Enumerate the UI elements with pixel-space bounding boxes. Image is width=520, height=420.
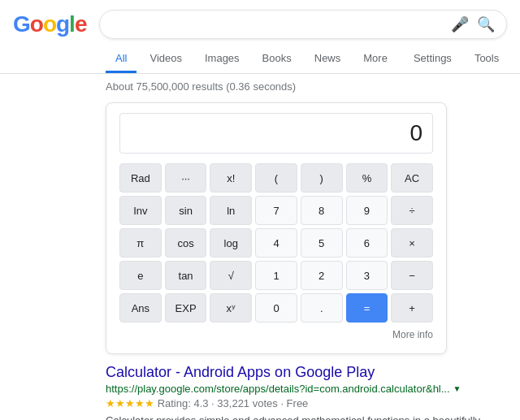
calculator-widget: 0 Rad···x!()%ACInvsinln789÷πcoslog456×et… [106,102,447,354]
calc-btn-log[interactable]: log [210,228,252,258]
rating-text: Rating: 4.3 · 33,221 votes · Free [158,397,309,409]
calc-btn-2[interactable]: 2 [301,261,343,290]
nav-tabs: All Videos Images Books News More Settin… [0,45,520,74]
calculator-display: 0 [119,113,433,154]
calc-btn-sin[interactable]: sin [165,196,207,225]
calc-btn-_[interactable]: − [391,261,433,290]
calc-btn-_[interactable]: . [301,293,343,323]
tab-books[interactable]: Books [253,45,301,73]
calc-btn-1[interactable]: 1 [255,261,297,290]
calc-btn-___[interactable]: ··· [165,163,207,193]
calc-btn-_[interactable]: % [346,163,388,193]
stars: ★★★★★ [106,397,154,409]
header: Google google calculator 🎤 🔍 [0,0,520,45]
calc-btn-Ans[interactable]: Ans [119,293,162,323]
search-icons: 🎤 🔍 [451,15,495,33]
calc-btn-ln[interactable]: ln [210,196,252,225]
tab-all[interactable]: All [106,45,136,73]
dropdown-icon[interactable]: ▼ [453,384,462,393]
calc-btn-4[interactable]: 4 [255,228,297,258]
calc-btn-9[interactable]: 9 [346,196,388,225]
display-value: 0 [410,120,422,146]
tab-images[interactable]: Images [195,45,249,73]
calc-btn-3[interactable]: 3 [346,261,388,290]
calc-btn-7[interactable]: 7 [255,196,297,225]
calc-btn-cos[interactable]: cos [165,228,207,258]
results-info: About 75,500,000 results (0.36 seconds) [0,74,520,99]
calc-btn-6[interactable]: 6 [346,228,388,258]
calc-btn-_[interactable]: × [391,228,433,258]
calc-btn-_[interactable]: = [346,293,388,323]
calc-btn-5[interactable]: 5 [301,228,343,258]
tab-tools[interactable]: Tools [465,45,509,73]
result-title[interactable]: Calculator - Android Apps on Google Play [106,364,507,381]
result-url: https://play.google.com/store/apps/detai… [106,383,507,395]
tab-videos[interactable]: Videos [140,45,192,73]
calc-btn-AC[interactable]: AC [391,163,433,193]
search-icon[interactable]: 🔍 [477,15,495,33]
calc-btn-EXP[interactable]: EXP [165,293,207,323]
search-input[interactable]: google calculator [111,17,444,32]
google-logo: Google [13,11,86,37]
calc-btn-0[interactable]: 0 [255,293,297,323]
tab-more[interactable]: More [353,45,397,73]
calc-btn-tan[interactable]: tan [165,261,207,290]
tab-settings[interactable]: Settings [404,45,462,73]
calc-btn-_[interactable]: ( [255,163,297,193]
search-result: Calculator - Android Apps on Google Play… [106,364,507,420]
calculator-grid: Rad···x!()%ACInvsinln789÷πcoslog456×etan… [119,163,433,323]
more-info-link[interactable]: More info [119,326,433,340]
calc-btn-Inv[interactable]: Inv [119,196,162,225]
calc-btn-Rad[interactable]: Rad [119,163,162,193]
calc-btn-_[interactable]: ÷ [391,196,433,225]
result-description: Calculator provides simple and advanced … [106,413,507,420]
calc-btn-e[interactable]: e [119,261,162,290]
microphone-icon[interactable]: 🎤 [451,15,469,33]
calc-btn-8[interactable]: 8 [301,196,343,225]
calc-btn-x_[interactable]: xʸ [210,293,252,323]
result-rating: ★★★★★ Rating: 4.3 · 33,221 votes · Free [106,397,507,409]
result-url-text: https://play.google.com/store/apps/detai… [106,383,450,395]
tab-news[interactable]: News [305,45,351,73]
calc-btn-x_[interactable]: x! [210,163,252,193]
calc-btn-_[interactable]: √ [210,261,252,290]
calc-btn-_[interactable]: π [119,228,162,258]
calc-btn-_[interactable]: + [391,293,433,323]
search-bar: google calculator 🎤 🔍 [99,10,507,39]
calc-btn-_[interactable]: ) [301,163,343,193]
